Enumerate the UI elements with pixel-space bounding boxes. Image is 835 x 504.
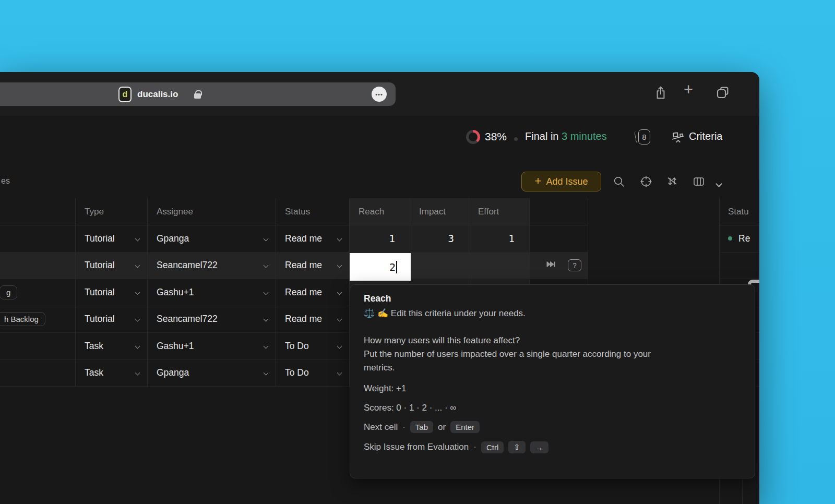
chevron-down-icon: [264, 343, 269, 349]
effort-score-cell[interactable]: 1: [469, 225, 530, 253]
tooltip-scores: Scores: 0 · 1 · 2 · ... · ∞: [364, 403, 741, 413]
card-stack-count-icon[interactable]: 8: [638, 129, 650, 145]
sort-disabled-icon[interactable]: [666, 175, 678, 190]
assignee-cell[interactable]: Gashu+1: [148, 333, 276, 360]
status-cell[interactable]: To Do: [276, 333, 350, 360]
chevron-down-icon: [337, 263, 342, 268]
column-header-assignee[interactable]: Assignee: [148, 198, 276, 225]
tooltip-question: How many users will this feature affect?: [364, 334, 741, 347]
tooltip-detail-line2: metrics.: [364, 361, 741, 375]
tooltip-edit-line: ⚖️ ✍️ Edit this criteria under your need…: [364, 308, 741, 319]
focus-target-icon[interactable]: [640, 175, 652, 190]
panel-cell: [719, 253, 759, 280]
spacer-cell: [588, 225, 719, 253]
reach-edit-input[interactable]: 2: [350, 253, 411, 281]
column-header-effort[interactable]: Effort: [469, 198, 530, 225]
share-icon[interactable]: [653, 85, 668, 104]
final-time: 3 minutes: [562, 130, 607, 142]
chevron-down-icon: [337, 236, 342, 241]
issue-title-cell[interactable]: [0, 253, 76, 280]
impact-score-cell[interactable]: 3: [410, 225, 469, 253]
type-cell[interactable]: Tutorial: [76, 225, 148, 253]
new-tab-icon[interactable]: +: [684, 81, 693, 99]
status-cell[interactable]: Read me: [276, 225, 350, 253]
add-issue-button[interactable]: + Add Issue: [521, 172, 601, 191]
tooltip-weight: Weight: +1: [364, 383, 741, 394]
chevron-down-icon: [135, 370, 140, 376]
impact-score-cell[interactable]: [410, 253, 469, 280]
chevron-down-icon: [337, 370, 342, 376]
panel-status-header: Statu: [719, 198, 759, 225]
issue-title-cell[interactable]: [0, 333, 76, 360]
text-caret: [396, 261, 397, 273]
chevron-down-icon: [337, 317, 342, 322]
address-bar[interactable]: d ducalis.io •••: [0, 82, 396, 106]
issue-title-cell[interactable]: h Backlog: [0, 306, 76, 333]
add-issue-label: Add Issue: [546, 176, 588, 187]
reach-criteria-tooltip: Reach ⚖️ ✍️ Edit this criteria under you…: [350, 284, 755, 478]
search-icon[interactable]: [613, 175, 625, 190]
assignee-cell[interactable]: Seancamel722: [148, 253, 276, 280]
chevron-down-icon: [264, 317, 269, 322]
column-header-impact[interactable]: Impact: [410, 198, 469, 225]
plus-icon: +: [535, 174, 542, 188]
key-enter: Enter: [450, 421, 480, 433]
skip-issue-icon[interactable]: [546, 259, 556, 272]
effort-score-cell[interactable]: [469, 253, 530, 280]
site-favicon: d: [118, 87, 132, 102]
type-cell[interactable]: Tutorial: [76, 253, 148, 280]
issue-title-cell[interactable]: g: [0, 279, 76, 306]
page-options-button[interactable]: •••: [372, 87, 387, 102]
panel-status-row: Re: [719, 225, 759, 253]
key-shift: ⇧: [508, 441, 526, 453]
lock-icon: [194, 93, 201, 99]
key-ctrl: Ctrl: [481, 441, 504, 453]
final-label: Final in: [525, 130, 562, 142]
panel-column-divider: [742, 478, 743, 504]
status-cell[interactable]: Read me: [276, 306, 350, 333]
next-cell-label: Next cell: [364, 422, 398, 433]
status-cell[interactable]: Read me: [276, 279, 350, 306]
chevron-down-icon: [264, 370, 269, 376]
key-tab: Tab: [410, 421, 433, 433]
reach-score-cell[interactable]: 1: [350, 225, 410, 253]
column-header-status[interactable]: Status: [276, 198, 350, 225]
chevron-down-icon: [337, 290, 342, 295]
tooltip-detail-line1: Put the number of users impacted over a …: [364, 347, 741, 361]
help-icon[interactable]: ?: [568, 259, 581, 271]
evaluation-progress-ring: [466, 130, 480, 144]
chevron-down-icon: [135, 263, 140, 268]
assignee-cell[interactable]: Seancamel722: [148, 306, 276, 333]
final-eta: Final in 3 minutes: [525, 130, 607, 142]
chevron-down-icon: [135, 236, 140, 241]
spacer-header: [588, 198, 719, 225]
status-cell[interactable]: Read me: [276, 253, 350, 280]
actions-cell: [530, 225, 588, 253]
status-cell[interactable]: To Do: [276, 360, 350, 387]
issue-title-cell[interactable]: [0, 225, 76, 253]
criteria-button[interactable]: Criteria: [689, 130, 722, 142]
type-cell[interactable]: Task: [76, 360, 148, 387]
chevron-down-icon: [135, 317, 140, 322]
type-cell[interactable]: Tutorial: [76, 306, 148, 333]
tooltip-next-cell-hint: Next cell · Tab or Enter: [364, 421, 741, 433]
assignee-cell[interactable]: Gashu+1: [148, 279, 276, 306]
status-bullet: [728, 236, 732, 241]
view-chevron-icon[interactable]: [717, 179, 721, 188]
column-header-reach[interactable]: Reach: [350, 198, 410, 225]
tooltip-skip-hint: Skip Issue from Evaluation · Ctrl ⇧ →: [364, 441, 741, 453]
tooltip-title: Reach: [364, 293, 741, 304]
type-cell[interactable]: Task: [76, 333, 148, 360]
skip-label: Skip Issue from Evaluation: [364, 442, 469, 452]
browser-window: d ducalis.io ••• + 38% Final in 3 minute…: [0, 72, 759, 504]
tab-overview-icon[interactable]: [715, 85, 731, 102]
issue-title-cell[interactable]: [0, 360, 76, 387]
columns-view-icon[interactable]: [693, 175, 705, 190]
type-cell[interactable]: Tutorial: [76, 279, 148, 306]
assignee-cell[interactable]: Gpanga: [148, 360, 276, 387]
board-tag: h Backlog: [0, 312, 45, 326]
assignee-cell[interactable]: Gpanga: [148, 225, 276, 253]
chevron-down-icon: [264, 236, 269, 241]
column-header-type[interactable]: Type: [76, 198, 148, 225]
browser-chrome: d ducalis.io ••• +: [0, 72, 759, 116]
